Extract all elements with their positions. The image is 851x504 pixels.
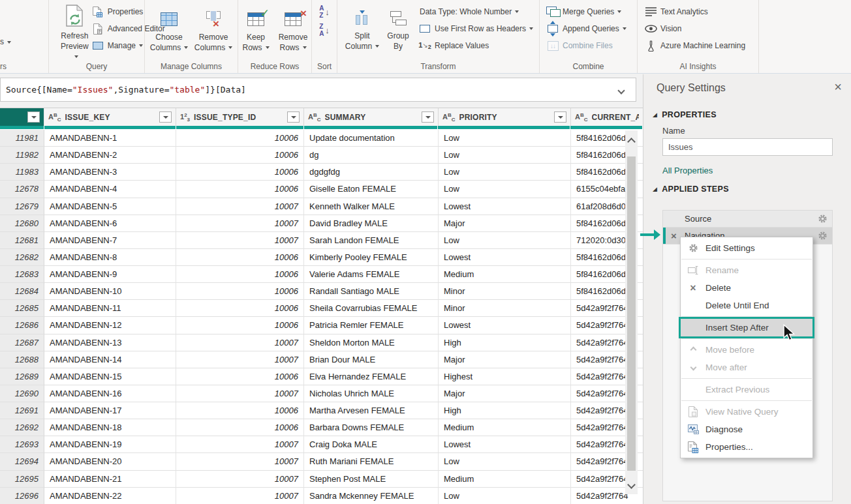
filter-dropdown-icon[interactable] [287, 111, 300, 123]
remove-columns-button[interactable]: × Remove Columns [192, 1, 235, 53]
column-header-summary[interactable]: ABC SUMMARY [304, 108, 439, 126]
properties-section-header[interactable]: ◢ PROPERTIES [653, 110, 717, 119]
data-cell[interactable]: Martha Arvesen FEMALE [304, 402, 439, 419]
data-cell[interactable]: Sheila Covarrubias FEMALE [304, 300, 439, 317]
data-cell[interactable]: Kimberly Pooley FEMALE [304, 249, 439, 266]
data-cell[interactable]: Major [439, 215, 571, 232]
row-number-cell[interactable]: 12680 [0, 215, 44, 232]
data-cell[interactable]: Elva Hernandez FEMALE [304, 368, 439, 385]
column-header-issue-key[interactable]: ABC ISSUE_KEY [44, 108, 176, 126]
data-cell[interactable]: 10007 [176, 198, 304, 215]
scrollbar-thumb[interactable] [627, 156, 636, 471]
data-cell[interactable]: AMANDABENN-2 [44, 147, 176, 164]
replace-values-button[interactable]: 1↘2 Replace Values [418, 37, 533, 54]
data-cell[interactable]: Valerie Adams FEMALE [304, 266, 439, 283]
applied-step-source[interactable]: Source [663, 211, 832, 228]
text-type-icon[interactable]: ABC [442, 112, 456, 123]
data-cell[interactable]: Lowest [439, 317, 571, 334]
use-first-row-as-headers-button[interactable]: Use First Row as Headers [418, 20, 533, 37]
menu-item-delete-until-end[interactable]: Delete Until End [681, 297, 812, 314]
applied-steps-section-header[interactable]: ◢ APPLIED STEPS [653, 185, 729, 194]
row-number-cell[interactable]: 11982 [0, 147, 44, 164]
text-analytics-button[interactable]: Text Analytics [644, 3, 758, 20]
data-cell[interactable]: 10006 [176, 249, 304, 266]
row-number-cell[interactable]: 12678 [0, 181, 44, 198]
append-queries-button[interactable]: Append Queries [546, 20, 637, 37]
filter-dropdown-icon[interactable] [554, 111, 566, 123]
text-type-icon[interactable]: ABC [308, 112, 321, 123]
data-cell[interactable]: AMANDABENN-7 [44, 232, 176, 249]
group-by-button[interactable]: Group By [382, 0, 414, 54]
data-cell[interactable]: Low [439, 164, 571, 181]
azure-machine-learning-button[interactable]: Azure Machine Learning [644, 37, 758, 54]
data-cell[interactable]: AMANDABENN-20 [44, 453, 176, 470]
vertical-scrollbar[interactable] [625, 130, 638, 494]
row-number-cell[interactable]: 12694 [0, 453, 44, 470]
row-number-cell[interactable]: 12695 [0, 471, 44, 488]
data-cell[interactable]: AMANDABENN-12 [44, 317, 176, 334]
data-cell[interactable]: AMANDABENN-4 [44, 181, 176, 198]
delete-step-icon[interactable]: × [671, 230, 677, 241]
data-cell[interactable]: AMANDABENN-5 [44, 198, 176, 215]
data-cell[interactable]: 10007 [176, 453, 304, 470]
data-cell[interactable]: 10006 [176, 368, 304, 385]
data-cell[interactable]: 10006 [176, 164, 304, 181]
row-number-cell[interactable]: 11983 [0, 164, 44, 181]
data-cell[interactable]: AMANDABENN-13 [44, 334, 176, 351]
data-cell[interactable]: AMANDABENN-19 [44, 436, 176, 453]
choose-columns-button[interactable]: Choose Columns [147, 1, 191, 53]
data-cell[interactable]: Kenneth Walker MALE [304, 198, 439, 215]
keep-rows-button[interactable]: ✓ Keep Rows [238, 1, 273, 53]
sort-descending-button[interactable]: ZA↓ [314, 22, 335, 38]
filter-dropdown-icon[interactable] [159, 111, 172, 123]
data-cell[interactable]: Lowest [439, 198, 571, 215]
data-cell[interactable]: Patricia Remler FEMALE [304, 317, 439, 334]
data-cell[interactable]: 10006 [176, 130, 304, 147]
data-cell[interactable]: 10006 [176, 147, 304, 164]
row-number-cell[interactable]: 11981 [0, 130, 44, 147]
menu-item-delete[interactable]: ×Delete [681, 279, 812, 297]
data-cell[interactable]: 10007 [176, 232, 304, 249]
data-cell[interactable]: Low [439, 130, 571, 147]
data-cell[interactable]: AMANDABENN-9 [44, 266, 176, 283]
data-cell[interactable]: Minor [439, 300, 571, 317]
data-cell[interactable]: AMANDABENN-1 [44, 130, 176, 147]
row-number-column-header[interactable] [0, 108, 44, 126]
data-cell[interactable]: dgdgfdg [304, 164, 439, 181]
data-cell[interactable]: Low [439, 181, 571, 198]
row-number-cell[interactable]: 12684 [0, 283, 44, 300]
data-cell[interactable]: Low [439, 232, 571, 249]
data-cell[interactable]: Randall Santiago MALE [304, 283, 439, 300]
refresh-preview-button[interactable]: Refresh Preview [61, 0, 89, 62]
data-cell[interactable]: Sarah Landon FEMALE [304, 232, 439, 249]
data-cell[interactable]: dg [304, 147, 439, 164]
data-cell[interactable]: Lowest [439, 249, 571, 266]
data-cell[interactable]: Medium [439, 471, 571, 488]
data-cell[interactable]: High [439, 402, 571, 419]
filter-dropdown-icon[interactable] [27, 111, 40, 123]
data-cell[interactable]: 10007 [176, 215, 304, 232]
data-cell[interactable]: Barbara Downs FEMALE [304, 419, 439, 436]
row-number-cell[interactable]: 12692 [0, 419, 44, 436]
clipped-ribbon-button[interactable]: s [0, 37, 11, 46]
row-number-cell[interactable]: 12679 [0, 198, 44, 215]
data-cell[interactable]: Nicholas Uhrich MALE [304, 385, 439, 402]
data-cell[interactable]: Low [439, 488, 571, 504]
data-cell[interactable]: 10006 [176, 181, 304, 198]
data-cell[interactable]: 10006 [176, 402, 304, 419]
data-cell[interactable]: 10006 [176, 300, 304, 317]
scroll-down-button[interactable] [625, 477, 638, 492]
column-header-current-a[interactable]: ABC CURRENT_A [571, 108, 643, 126]
data-cell[interactable]: 10007 [176, 488, 304, 504]
data-cell[interactable]: Update documentation [304, 130, 439, 147]
data-cell[interactable]: Low [439, 147, 571, 164]
data-cell[interactable]: 10007 [176, 471, 304, 488]
data-cell[interactable]: AMANDABENN-14 [44, 351, 176, 368]
text-type-icon[interactable]: ABC [575, 112, 588, 123]
data-cell[interactable]: Highest [439, 368, 571, 385]
row-number-cell[interactable]: 12681 [0, 232, 44, 249]
filter-dropdown-icon[interactable] [422, 111, 434, 123]
data-cell[interactable]: AMANDABENN-17 [44, 402, 176, 419]
row-number-cell[interactable]: 12682 [0, 249, 44, 266]
data-cell[interactable]: AMANDABENN-3 [44, 164, 176, 181]
